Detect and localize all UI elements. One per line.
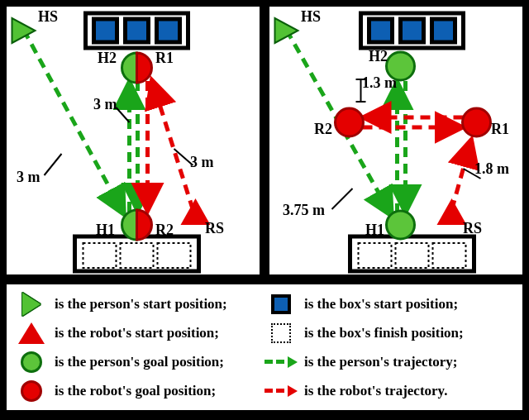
panel-a: HS H2 R1 3 m 3 m 3 m H1 R2 RS [4,4,262,277]
svg-rect-4 [75,236,199,271]
legend-rg-text: is the robot's goal position; [55,383,216,399]
svg-point-32 [463,108,491,136]
legend-box-start: is the box's start position; [264,289,514,318]
svg-line-11 [152,79,193,210]
panel-a-3m-diag: 3 m [17,169,41,186]
panel-b: HS H2 1.3 m R2 R1 1.8 m 3.75 m H1 RS [267,4,525,277]
panel-b-hs-label: HS [301,8,321,26]
legend-rt-text: is the robot's trajectory. [304,383,447,399]
svg-rect-18 [401,19,424,42]
svg-line-27 [452,139,472,210]
panel-b-rs-label: RS [463,220,482,237]
triangle-up-icon [18,322,45,344]
panel-a-h1-label: H1 [96,222,115,239]
legend-hs-text: is the person's start position; [55,296,227,313]
panel-b-r2-label: R2 [314,121,332,138]
legend-human-goal: is the person's goal position; [15,347,264,376]
circle-green-icon [21,351,42,373]
panel-b-18m: 1.8 m [474,160,509,178]
panel-a-rs-label: RS [205,220,224,237]
legend-human-traj: is the person's trajectory; [264,347,514,376]
svg-rect-3 [157,19,180,42]
dash-arrow-green-icon [264,356,298,368]
panels-row: HS H2 R1 3 m 3 m 3 m H1 R2 RS [4,4,525,277]
legend-robot-goal: is the robot's goal position; [15,376,264,405]
legend-robot-start: is the robot's start position; [15,318,264,347]
dash-arrow-red-icon [264,385,298,397]
svg-rect-2 [126,19,149,42]
legend-bs-text: is the box's start position; [304,296,458,313]
legend-human-start: is the person's start position; [15,289,264,318]
panel-b-svg [269,7,522,274]
panel-a-hs-label: HS [38,8,58,26]
legend-box-finish: is the box's finish position; [264,318,514,347]
box-finish-icon [271,323,291,343]
circle-red-icon [21,380,42,402]
legend-rs-text: is the robot's start position; [55,325,219,341]
panel-a-h2-label: H2 [98,50,117,67]
legend-bf-text: is the box's finish position; [304,325,464,341]
panel-a-r1-label: R1 [155,50,174,67]
panel-a-r2-label: R2 [155,222,174,239]
svg-rect-19 [432,19,455,42]
svg-point-33 [336,108,364,136]
svg-rect-20 [350,236,474,271]
legend: is the person's start position; is the b… [4,282,525,413]
panel-b-h2-label: H2 [369,48,388,65]
panel-b-h1-label: H1 [365,222,384,239]
panel-b-13m: 1.3 m [362,74,397,92]
figure-root: HS H2 R1 3 m 3 m 3 m H1 R2 RS [0,0,529,420]
triangle-right-icon [22,293,41,316]
panel-a-3m-vert: 3 m [93,96,117,113]
svg-point-31 [387,211,415,239]
legend-robot-traj: is the robot's trajectory. [264,376,514,405]
svg-rect-17 [369,19,393,42]
svg-rect-1 [94,19,117,42]
legend-ht-text: is the person's trajectory; [304,354,458,370]
panel-b-375m: 3.75 m [283,202,325,219]
svg-line-37 [332,189,353,209]
panel-b-r1-label: R1 [491,121,509,138]
panel-a-3m-rs: 3 m [190,154,214,171]
box-start-icon [271,294,291,314]
legend-hg-text: is the person's goal position; [55,354,224,370]
